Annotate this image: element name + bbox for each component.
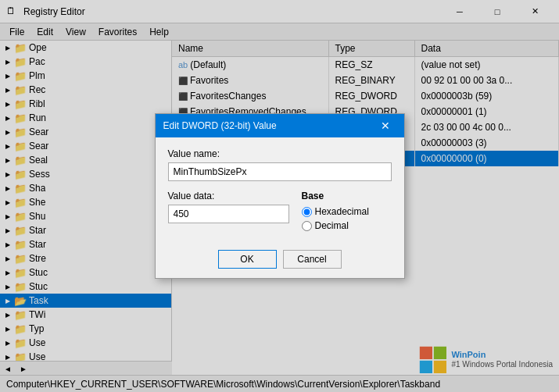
modal-footer: OK Cancel <box>156 250 404 278</box>
value-data-row: Value data: Base Hexadecimal Decimal <box>168 191 392 231</box>
ok-button[interactable]: OK <box>218 250 277 269</box>
modal-overlay: Edit DWORD (32-bit) Value ✕ Value name: … <box>0 0 559 392</box>
value-name-input[interactable] <box>168 162 392 181</box>
modal-body: Value name: Value data: Base Hexadecimal <box>156 137 404 250</box>
decimal-label: Decimal <box>315 220 349 231</box>
edit-dword-modal: Edit DWORD (32-bit) Value ✕ Value name: … <box>155 113 405 279</box>
value-data-input[interactable] <box>168 205 289 223</box>
modal-titlebar: Edit DWORD (32-bit) Value ✕ <box>156 114 404 137</box>
base-group: Base Hexadecimal Decimal <box>302 191 369 231</box>
hexadecimal-radio[interactable] <box>302 207 312 217</box>
decimal-radio-label[interactable]: Decimal <box>302 220 369 231</box>
value-data-label: Value data: <box>168 191 289 201</box>
modal-title: Edit DWORD (32-bit) Value <box>163 120 374 131</box>
value-data-section: Value data: <box>168 191 289 231</box>
hexadecimal-label: Hexadecimal <box>315 206 369 217</box>
hexadecimal-radio-label[interactable]: Hexadecimal <box>302 206 369 217</box>
base-label: Base <box>302 191 369 201</box>
decimal-radio[interactable] <box>302 221 312 231</box>
value-name-label: Value name: <box>168 148 392 159</box>
cancel-button[interactable]: Cancel <box>283 250 342 269</box>
modal-close-button[interactable]: ✕ <box>374 115 396 137</box>
